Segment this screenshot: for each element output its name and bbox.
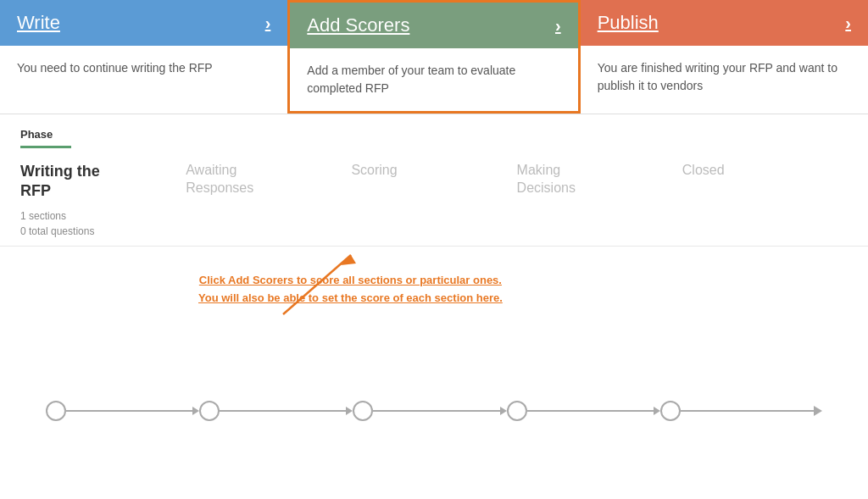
arrow-annotation: Click Add Scorers to score all sections … (20, 247, 848, 323)
timeline-dot-3 (353, 401, 373, 421)
timeline-dot-2 (199, 401, 220, 421)
timeline-segment-1 (66, 407, 199, 415)
write-card-header[interactable]: Write › (0, 0, 287, 46)
publish-card-body: You are finished writing your RFP and wa… (581, 46, 868, 114)
annotation-line2: You will also be able to set the score o… (198, 291, 503, 304)
timeline-segment-2 (220, 407, 353, 415)
phase-step-scoring-name: Scoring (351, 162, 516, 180)
phase-step-writing-name: Writing theRFP (20, 162, 186, 202)
annotation-text: Click Add Scorers to score all sections … (198, 272, 503, 308)
write-card-body: You need to continue writing the RFP (0, 46, 287, 114)
timeline-dot-1 (46, 401, 66, 421)
publish-card-title: Publish (598, 12, 659, 34)
bottom-section: Phase Writing theRFP 1 sections0 total q… (0, 114, 868, 499)
timeline-section (20, 323, 848, 499)
timeline-segment-5 (681, 410, 814, 412)
add-scorers-card-body: Add a member of your team to evaluate co… (290, 48, 577, 111)
publish-card-header[interactable]: Publish › (581, 0, 868, 46)
publish-card-text: You are finished writing your RFP and wa… (598, 61, 837, 92)
phase-step-writing-info: 1 sections0 total questions (20, 208, 186, 239)
phase-step-awaiting: AwaitingResponses (186, 162, 351, 197)
phase-step-writing: Writing theRFP 1 sections0 total questio… (20, 162, 186, 239)
phase-label: Phase (20, 128, 848, 141)
timeline-end-arrow (814, 406, 822, 416)
write-chevron: › (265, 14, 271, 33)
mini-arrow-3 (500, 407, 507, 415)
mini-arrow-4 (654, 407, 660, 415)
annotation-line1: Click Add Scorers to score all sections … (199, 274, 502, 286)
phase-step-awaiting-name: AwaitingResponses (186, 162, 351, 197)
add-scorers-card-text: Add a member of your team to evaluate co… (307, 64, 515, 95)
phase-step-making-decisions-name: MakingDecisions (517, 162, 682, 197)
add-scorers-chevron: › (555, 16, 561, 36)
phase-section: Phase Writing theRFP 1 sections0 total q… (0, 114, 868, 247)
card-add-scorers[interactable]: Add Scorers › Add a member of your team … (287, 0, 580, 114)
card-write[interactable]: Write › You need to continue writing the… (0, 0, 287, 114)
publish-chevron: › (845, 14, 851, 33)
annotation-area: Click Add Scorers to score all sections … (0, 247, 868, 499)
phase-underline (20, 146, 71, 148)
timeline-segment-4 (527, 407, 660, 415)
timeline-segment-3 (373, 407, 506, 415)
phase-step-closed-name: Closed (682, 162, 848, 180)
phase-step-closed: Closed (682, 162, 848, 180)
write-card-text: You need to continue writing the RFP (17, 61, 213, 75)
page-container: Write › You need to continue writing the… (0, 0, 868, 499)
timeline-dot-5 (660, 401, 681, 421)
phase-steps: Writing theRFP 1 sections0 total questio… (20, 162, 848, 239)
action-cards: Write › You need to continue writing the… (0, 0, 868, 114)
timeline-dot-4 (507, 401, 527, 421)
phase-step-scoring: Scoring (351, 162, 516, 180)
write-card-title: Write (17, 12, 60, 34)
mini-arrow-2 (346, 407, 353, 415)
add-scorers-card-header[interactable]: Add Scorers › (290, 3, 577, 48)
card-publish[interactable]: Publish › You are finished writing your … (581, 0, 868, 114)
add-scorers-card-title: Add Scorers (307, 14, 409, 36)
mini-arrow-1 (192, 407, 199, 415)
phase-step-making-decisions: MakingDecisions (517, 162, 682, 197)
timeline (46, 401, 822, 421)
